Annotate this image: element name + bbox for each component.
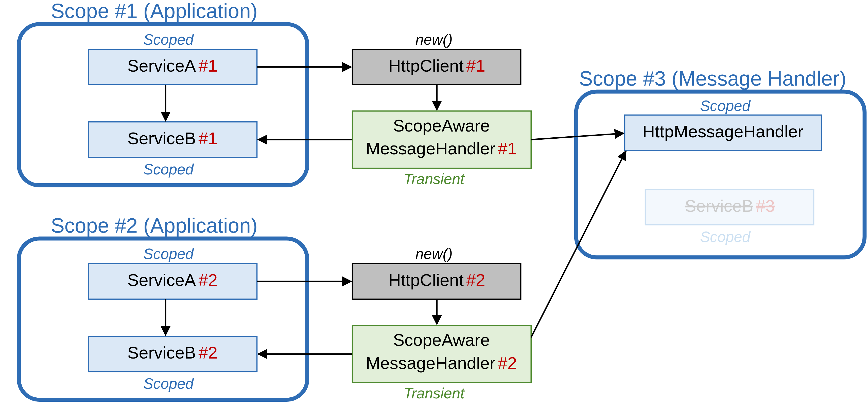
httpclient2-annotation: new() <box>415 245 453 262</box>
scope2-serviceB-lifecycle: Scoped <box>143 375 194 392</box>
scope1-serviceA-text: ServiceA #1 <box>127 56 217 75</box>
scopeaware1-line2: MessageHandler #1 <box>366 139 517 158</box>
scope1-serviceB-lifecycle: Scoped <box>143 161 194 177</box>
scopeaware2-line2: MessageHandler #2 <box>366 353 517 372</box>
scope3-title: Scope #3 (Message Handler) <box>579 67 846 90</box>
scope3-handler-text: HttpMessageHandler <box>643 122 803 141</box>
scope1-serviceA-lifecycle: Scoped <box>143 31 194 48</box>
scope1-title: Scope #1 (Application) <box>51 0 257 22</box>
scopeaware2-lifecycle: Transient <box>404 385 465 401</box>
scope2-serviceA-lifecycle: Scoped <box>143 245 194 262</box>
scopeaware1-line1: ScopeAware <box>393 116 490 135</box>
scope2-serviceB-text: ServiceB #2 <box>127 343 217 362</box>
scopeaware1-lifecycle: Transient <box>404 171 465 187</box>
scope3-ghost-serviceB-lifecycle: Scoped <box>700 229 751 245</box>
arrow-scopeaware2-to-handler <box>531 151 626 338</box>
scopeaware2-line1: ScopeAware <box>393 330 490 349</box>
httpclient1-annotation: new() <box>415 31 453 48</box>
httpclient2-text: HttpClient #2 <box>389 270 485 289</box>
scope3-ghost-serviceB-text: ServiceB #3 <box>685 196 775 215</box>
scope2-serviceA-text: ServiceA #2 <box>127 270 217 289</box>
scope1-serviceB-text: ServiceB #1 <box>127 129 217 148</box>
scope3-handler-lifecycle: Scoped <box>700 97 751 114</box>
httpclient1-text: HttpClient #1 <box>389 56 485 75</box>
scope2-title: Scope #2 (Application) <box>51 214 257 237</box>
